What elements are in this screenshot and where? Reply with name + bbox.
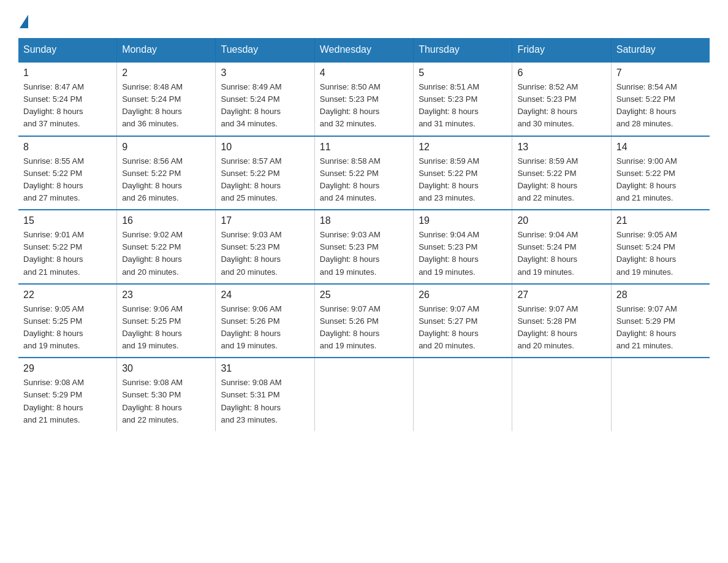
day-number: 16 xyxy=(122,215,210,226)
calendar-cell: 2 Sunrise: 8:48 AMSunset: 5:24 PMDayligh… xyxy=(117,62,216,136)
day-number: 26 xyxy=(419,289,507,301)
day-number: 30 xyxy=(122,363,210,374)
day-info: Sunrise: 8:56 AMSunset: 5:22 PMDaylight:… xyxy=(122,155,210,205)
day-info: Sunrise: 9:08 AMSunset: 5:29 PMDaylight:… xyxy=(23,377,112,426)
calendar-cell: 3 Sunrise: 8:49 AMSunset: 5:24 PMDayligh… xyxy=(216,62,314,136)
calendar-cell: 14 Sunrise: 9:00 AMSunset: 5:22 PMDaylig… xyxy=(611,136,710,210)
header-day-saturday: Saturday xyxy=(611,38,710,62)
week-row-4: 22 Sunrise: 9:05 AMSunset: 5:25 PMDaylig… xyxy=(18,284,710,358)
day-info: Sunrise: 8:52 AMSunset: 5:23 PMDaylight:… xyxy=(517,81,605,131)
calendar-cell: 11 Sunrise: 8:58 AMSunset: 5:22 PMDaylig… xyxy=(314,136,413,210)
day-number: 24 xyxy=(221,289,309,301)
day-number: 18 xyxy=(320,215,408,226)
week-row-2: 8 Sunrise: 8:55 AMSunset: 5:22 PMDayligh… xyxy=(18,136,710,210)
day-number: 6 xyxy=(517,67,605,79)
day-number: 28 xyxy=(616,289,705,301)
day-number: 1 xyxy=(23,67,112,79)
calendar-cell xyxy=(414,358,512,431)
day-info: Sunrise: 9:04 AMSunset: 5:24 PMDaylight:… xyxy=(517,229,605,278)
calendar-cell: 23 Sunrise: 9:06 AMSunset: 5:25 PMDaylig… xyxy=(117,284,216,358)
day-info: Sunrise: 9:05 AMSunset: 5:25 PMDaylight:… xyxy=(23,303,112,353)
calendar-cell: 31 Sunrise: 9:08 AMSunset: 5:31 PMDaylig… xyxy=(216,358,314,431)
day-info: Sunrise: 8:48 AMSunset: 5:24 PMDaylight:… xyxy=(122,81,210,131)
calendar-cell xyxy=(611,358,710,431)
day-number: 4 xyxy=(320,67,408,79)
day-number: 25 xyxy=(320,289,408,301)
calendar-cell: 6 Sunrise: 8:52 AMSunset: 5:23 PMDayligh… xyxy=(512,62,611,136)
day-info: Sunrise: 9:06 AMSunset: 5:26 PMDaylight:… xyxy=(221,303,309,353)
day-info: Sunrise: 9:06 AMSunset: 5:25 PMDaylight:… xyxy=(122,303,210,353)
calendar-cell: 10 Sunrise: 8:57 AMSunset: 5:22 PMDaylig… xyxy=(216,136,314,210)
day-info: Sunrise: 8:49 AMSunset: 5:24 PMDaylight:… xyxy=(221,81,309,131)
calendar-cell: 15 Sunrise: 9:01 AMSunset: 5:22 PMDaylig… xyxy=(18,210,117,284)
day-number: 22 xyxy=(23,289,112,301)
calendar-cell: 22 Sunrise: 9:05 AMSunset: 5:25 PMDaylig… xyxy=(18,284,117,358)
day-number: 27 xyxy=(517,289,605,301)
day-number: 17 xyxy=(221,215,309,226)
day-number: 14 xyxy=(616,142,705,153)
day-number: 29 xyxy=(23,363,112,374)
day-info: Sunrise: 8:59 AMSunset: 5:22 PMDaylight:… xyxy=(517,155,605,205)
day-info: Sunrise: 8:55 AMSunset: 5:22 PMDaylight:… xyxy=(23,155,112,205)
calendar-cell: 4 Sunrise: 8:50 AMSunset: 5:23 PMDayligh… xyxy=(314,62,413,136)
calendar-cell xyxy=(314,358,413,431)
week-row-3: 15 Sunrise: 9:01 AMSunset: 5:22 PMDaylig… xyxy=(18,210,710,284)
header-day-monday: Monday xyxy=(117,38,216,62)
week-row-1: 1 Sunrise: 8:47 AMSunset: 5:24 PMDayligh… xyxy=(18,62,710,136)
day-info: Sunrise: 8:59 AMSunset: 5:22 PMDaylight:… xyxy=(419,155,507,205)
calendar-cell: 29 Sunrise: 9:08 AMSunset: 5:29 PMDaylig… xyxy=(18,358,117,431)
day-info: Sunrise: 9:04 AMSunset: 5:23 PMDaylight:… xyxy=(419,229,507,278)
day-number: 12 xyxy=(419,142,507,153)
header-row: SundayMondayTuesdayWednesdayThursdayFrid… xyxy=(18,38,710,62)
calendar-cell: 21 Sunrise: 9:05 AMSunset: 5:24 PMDaylig… xyxy=(611,210,710,284)
calendar-cell: 12 Sunrise: 8:59 AMSunset: 5:22 PMDaylig… xyxy=(414,136,512,210)
header-day-friday: Friday xyxy=(512,38,611,62)
day-number: 5 xyxy=(419,67,507,79)
calendar-cell xyxy=(512,358,611,431)
day-info: Sunrise: 9:08 AMSunset: 5:30 PMDaylight:… xyxy=(122,377,210,426)
day-number: 13 xyxy=(517,142,605,153)
calendar-cell: 25 Sunrise: 9:07 AMSunset: 5:26 PMDaylig… xyxy=(314,284,413,358)
day-info: Sunrise: 8:57 AMSunset: 5:22 PMDaylight:… xyxy=(221,155,309,205)
day-number: 7 xyxy=(616,67,705,79)
day-info: Sunrise: 8:47 AMSunset: 5:24 PMDaylight:… xyxy=(23,81,112,131)
day-info: Sunrise: 9:07 AMSunset: 5:28 PMDaylight:… xyxy=(517,303,605,353)
calendar-cell: 16 Sunrise: 9:02 AMSunset: 5:22 PMDaylig… xyxy=(117,210,216,284)
day-number: 20 xyxy=(517,215,605,226)
day-info: Sunrise: 9:00 AMSunset: 5:22 PMDaylight:… xyxy=(616,155,705,205)
day-number: 23 xyxy=(122,289,210,301)
day-number: 11 xyxy=(320,142,408,153)
calendar-cell: 8 Sunrise: 8:55 AMSunset: 5:22 PMDayligh… xyxy=(18,136,117,210)
day-info: Sunrise: 9:05 AMSunset: 5:24 PMDaylight:… xyxy=(616,229,705,278)
header-day-thursday: Thursday xyxy=(414,38,512,62)
calendar-body: 1 Sunrise: 8:47 AMSunset: 5:24 PMDayligh… xyxy=(18,62,710,431)
day-number: 2 xyxy=(122,67,210,79)
day-number: 31 xyxy=(221,363,309,374)
day-info: Sunrise: 8:51 AMSunset: 5:23 PMDaylight:… xyxy=(419,81,507,131)
calendar-cell: 26 Sunrise: 9:07 AMSunset: 5:27 PMDaylig… xyxy=(414,284,512,358)
calendar-cell: 1 Sunrise: 8:47 AMSunset: 5:24 PMDayligh… xyxy=(18,62,117,136)
calendar-cell: 7 Sunrise: 8:54 AMSunset: 5:22 PMDayligh… xyxy=(611,62,710,136)
calendar-cell: 30 Sunrise: 9:08 AMSunset: 5:30 PMDaylig… xyxy=(117,358,216,431)
calendar-cell: 17 Sunrise: 9:03 AMSunset: 5:23 PMDaylig… xyxy=(216,210,314,284)
calendar-cell: 28 Sunrise: 9:07 AMSunset: 5:29 PMDaylig… xyxy=(611,284,710,358)
day-info: Sunrise: 9:07 AMSunset: 5:27 PMDaylight:… xyxy=(419,303,507,353)
calendar-header: SundayMondayTuesdayWednesdayThursdayFrid… xyxy=(18,38,710,62)
calendar-cell: 24 Sunrise: 9:06 AMSunset: 5:26 PMDaylig… xyxy=(216,284,314,358)
logo xyxy=(18,12,28,26)
day-info: Sunrise: 8:54 AMSunset: 5:22 PMDaylight:… xyxy=(616,81,705,131)
day-number: 10 xyxy=(221,142,309,153)
calendar-cell: 19 Sunrise: 9:04 AMSunset: 5:23 PMDaylig… xyxy=(414,210,512,284)
day-info: Sunrise: 9:02 AMSunset: 5:22 PMDaylight:… xyxy=(122,229,210,278)
day-info: Sunrise: 9:07 AMSunset: 5:29 PMDaylight:… xyxy=(616,303,705,353)
week-row-5: 29 Sunrise: 9:08 AMSunset: 5:29 PMDaylig… xyxy=(18,358,710,431)
day-number: 8 xyxy=(23,142,112,153)
calendar-cell: 9 Sunrise: 8:56 AMSunset: 5:22 PMDayligh… xyxy=(117,136,216,210)
day-number: 3 xyxy=(221,67,309,79)
day-number: 15 xyxy=(23,215,112,226)
calendar-cell: 18 Sunrise: 9:03 AMSunset: 5:23 PMDaylig… xyxy=(314,210,413,284)
day-info: Sunrise: 9:03 AMSunset: 5:23 PMDaylight:… xyxy=(320,229,408,278)
day-info: Sunrise: 9:08 AMSunset: 5:31 PMDaylight:… xyxy=(221,377,309,426)
day-info: Sunrise: 9:01 AMSunset: 5:22 PMDaylight:… xyxy=(23,229,112,278)
day-info: Sunrise: 8:58 AMSunset: 5:22 PMDaylight:… xyxy=(320,155,408,205)
